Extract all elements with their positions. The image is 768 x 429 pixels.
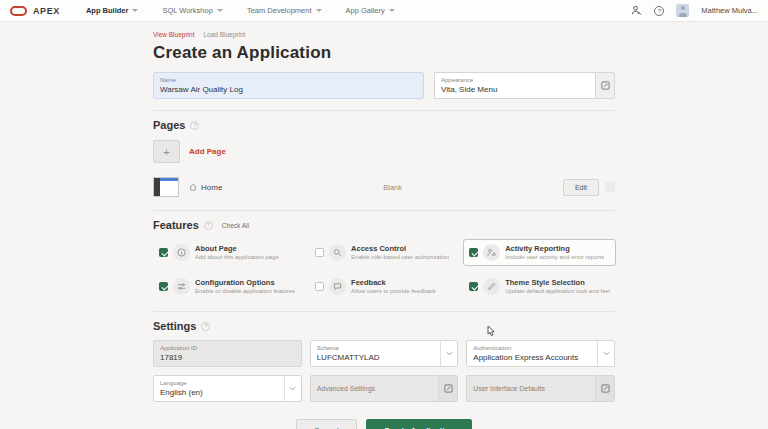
ui-defaults-field: User Interface Defaults <box>466 375 595 402</box>
schema-select[interactable]: Schema LUFCMATTYLAD <box>310 340 459 367</box>
edit-page-button[interactable]: Edit <box>563 179 599 196</box>
application-id-field: Application ID 17819 <box>153 340 302 367</box>
activity-reporting-icon <box>487 248 496 257</box>
avatar[interactable] <box>676 4 689 17</box>
check-all-link[interactable]: Check All <box>222 222 249 229</box>
features-heading: Features <box>153 219 199 231</box>
divider <box>153 110 615 111</box>
name-value[interactable]: Warsaw Air Quality Log <box>160 84 417 95</box>
pages-help-icon[interactable]: ? <box>190 121 199 130</box>
plus-icon: + <box>163 146 169 158</box>
cancel-button[interactable]: Cancel <box>296 419 357 429</box>
features-grid: About Page Add about this application pa… <box>153 239 615 300</box>
language-select[interactable]: Language English (en) <box>153 375 302 402</box>
theme-style-icon <box>487 282 496 291</box>
settings-heading: Settings <box>153 320 196 332</box>
page-name[interactable]: Home <box>201 183 222 192</box>
appearance-value: Vita, Side Menu <box>441 84 589 95</box>
edit-dialog-icon <box>601 384 610 393</box>
divider <box>153 210 615 211</box>
help-icon[interactable]: ? <box>654 6 664 16</box>
theme-style-checkbox[interactable] <box>469 282 478 291</box>
menu-team-development[interactable]: Team Development <box>247 6 322 15</box>
home-icon <box>189 183 197 191</box>
menu-app-gallery[interactable]: App Gallery <box>346 6 395 15</box>
feature-theme-style-selection: Theme Style Selection Update default app… <box>463 273 616 300</box>
configuration-options-checkbox[interactable] <box>159 282 168 291</box>
appearance-label: Appearance <box>441 76 589 84</box>
view-blueprint-link[interactable]: View Blueprint <box>153 31 194 38</box>
page-row-home: Home Blank Edit <box>153 175 615 199</box>
schema-chevron-icon[interactable] <box>440 341 457 366</box>
language-chevron-icon[interactable] <box>284 376 301 401</box>
access-control-icon <box>333 248 342 257</box>
ui-defaults-edit-button[interactable] <box>595 375 615 402</box>
pages-heading: Pages <box>153 119 185 131</box>
username[interactable]: Matthew Mulva... <box>701 6 758 15</box>
authentication-select[interactable]: Authentication Application Express Accou… <box>466 340 615 367</box>
feature-access-control: Access Control Enable role-based user au… <box>309 239 455 266</box>
activity-reporting-checkbox[interactable] <box>469 248 478 257</box>
feedback-checkbox[interactable] <box>315 282 324 291</box>
feature-about-page: About Page Add about this application pa… <box>153 239 301 266</box>
create-application-button[interactable]: Create Application <box>366 419 472 429</box>
delete-page-icon-disabled <box>605 182 615 192</box>
chevron-down-icon <box>389 9 395 12</box>
settings-help-icon[interactable]: ? <box>201 322 210 331</box>
configuration-icon <box>177 282 186 291</box>
chevron-down-icon <box>217 9 223 12</box>
chevron-down-icon <box>132 9 138 12</box>
advanced-settings-edit-button[interactable] <box>438 375 458 402</box>
load-blueprint-link[interactable]: Load Blueprint <box>203 31 245 38</box>
menu-sql-workshop[interactable]: SQL Workshop <box>162 6 222 15</box>
add-page-button[interactable]: + <box>153 140 180 163</box>
edit-dialog-icon <box>444 384 453 393</box>
blueprint-links: View Blueprint Load Blueprint <box>153 22 615 38</box>
feature-activity-reporting: Activity Reporting Include user activity… <box>463 239 616 266</box>
features-help-icon[interactable]: ? <box>204 221 213 230</box>
feature-feedback: Feedback Allow users to provide feedback <box>309 273 455 300</box>
about-page-checkbox[interactable] <box>159 248 168 257</box>
settings-grid: Application ID 17819 Schema LUFCMATTYLAD… <box>153 340 615 402</box>
access-control-checkbox[interactable] <box>315 248 324 257</box>
page-title: Create an Application <box>153 43 615 63</box>
divider <box>153 311 615 312</box>
top-navigation-bar: APEX App Builder SQL Workshop Team Devel… <box>0 0 768 22</box>
authentication-chevron-icon[interactable] <box>597 341 614 366</box>
oracle-logo-icon <box>10 6 27 16</box>
appearance-edit-button[interactable] <box>595 72 615 99</box>
name-label: Name <box>160 76 417 84</box>
add-page-label[interactable]: Add Page <box>189 147 226 156</box>
chevron-down-icon <box>316 9 322 12</box>
name-field[interactable]: Name Warsaw Air Quality Log <box>153 72 424 99</box>
about-icon <box>177 248 186 257</box>
feedback-icon <box>333 282 342 291</box>
page-type: Blank <box>222 183 563 192</box>
advanced-settings-field: Advanced Settings <box>310 375 439 402</box>
feature-configuration-options: Configuration Options Enable or disable … <box>153 273 301 300</box>
admin-user-icon[interactable] <box>631 5 642 16</box>
page-thumbnail <box>153 177 179 197</box>
appearance-field[interactable]: Appearance Vita, Side Menu <box>434 72 595 99</box>
apex-brand: APEX <box>33 6 60 16</box>
edit-dialog-icon <box>601 81 610 90</box>
menu-app-builder[interactable]: App Builder <box>86 6 139 15</box>
